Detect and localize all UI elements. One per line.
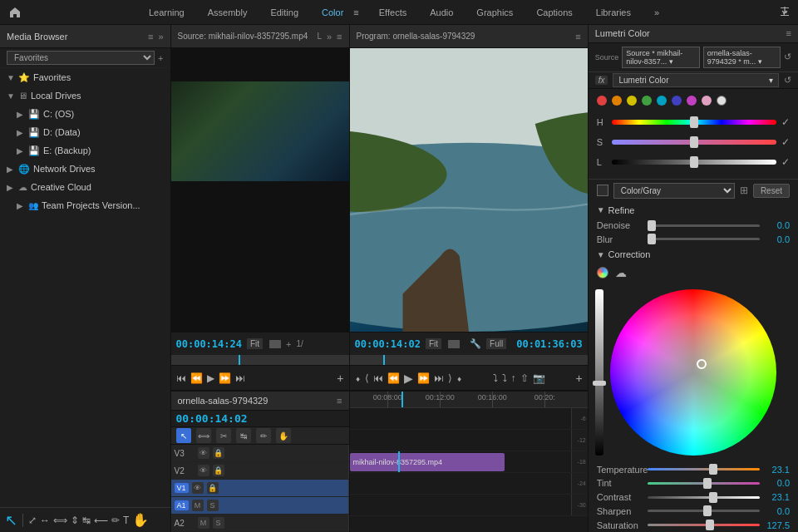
source-play[interactable]: ▶ [207,372,214,384]
track-a1-solo[interactable]: S [207,500,219,511]
color-wheel-icon[interactable] [597,267,608,278]
color-dot-cyan[interactable] [657,96,667,106]
colorgray-select[interactable]: Color/Gray [613,183,735,199]
wrench-icon[interactable]: 🔧 [470,338,481,349]
colorgray-edit-icon[interactable]: ⊞ [740,185,748,196]
prog-extract[interactable]: ⇧ [520,372,529,384]
lumetri-source-dropdown[interactable]: Source * mikhail-nilov-8357... ▾ [622,47,699,68]
source-go-end[interactable]: ⏭ [235,372,245,384]
prog-go-end[interactable]: ⏭ [434,372,444,384]
track-a1-mute[interactable]: M [192,500,204,511]
nav-graphics[interactable]: Graphics [473,7,516,17]
favorites-dropdown[interactable]: Favorites [7,51,155,65]
denoise-slider[interactable] [648,224,760,227]
rate-tool[interactable]: ⇕ [71,515,79,526]
pen-btn[interactable]: ✏ [256,428,271,443]
color-dot-red[interactable] [597,96,607,106]
slide-tool[interactable]: ⟵ [94,515,108,526]
source-add[interactable]: + [337,372,343,385]
source-timecode[interactable]: 00:00:14:24 [176,338,242,350]
effect-dropdown[interactable]: Lumetri Color ▾ [613,73,779,87]
nav-learning[interactable]: Learning [145,7,188,17]
reset-effect-icon[interactable]: ↺ [784,75,791,86]
timeline-menu[interactable]: ≡ [337,396,342,406]
prog-mark-out[interactable]: ⬧ [456,372,462,384]
h-check[interactable]: ✓ [781,116,790,128]
razor-btn[interactable]: ✂ [216,428,231,443]
nav-captions[interactable]: Captions [533,7,575,17]
roll-tool[interactable]: ⟺ [53,515,67,526]
nav-more[interactable]: » [651,7,663,17]
export-icon[interactable] [778,5,791,20]
select-tool[interactable]: ↖ [5,511,17,530]
hand-btn[interactable]: ✋ [276,428,291,443]
media-browser-more[interactable]: ≡ [148,32,153,42]
color-dot-pink[interactable] [702,96,712,106]
program-scrubber[interactable] [350,355,588,365]
prog-next-edit[interactable]: ⟩ [448,372,452,384]
track-v3-lock[interactable]: 🔒 [213,447,224,459]
lumetri-target-dropdown[interactable]: ornella-salas-9794329 * m... ▾ [703,47,781,68]
prog-lift[interactable]: ↑ [511,372,516,384]
track-v1-toggle[interactable]: 👁 [192,482,204,494]
color-dot-magenta[interactable] [687,96,697,106]
track-v1-content[interactable]: mikhail-nilov-8357295.mp4 -18 [350,451,588,473]
brightness-thumb[interactable] [593,381,606,386]
lumetri-reset-icon[interactable]: ↺ [784,52,791,62]
source-go-start[interactable]: ⏮ [176,372,186,384]
tree-item-creative-cloud[interactable]: ▶ ☁ Creative Cloud [0,178,170,196]
s-check[interactable]: ✓ [781,136,790,148]
nav-libraries[interactable]: Libraries [593,7,634,17]
source-scrubber[interactable] [171,355,349,365]
move-tool[interactable]: ⤢ [28,515,37,526]
tree-item-favorites[interactable]: ▼ ⭐ Favorites [0,68,170,86]
reset-button[interactable]: Reset [753,184,790,198]
ripple-edit-btn[interactable]: ⟺ [196,428,211,443]
color-dot-blue[interactable] [672,96,682,106]
home-button[interactable] [0,6,30,19]
prog-step-back[interactable]: ⏪ [387,372,400,384]
blur-slider[interactable] [648,238,760,240]
colorgray-checkbox[interactable] [597,185,608,196]
prog-prev-edit[interactable]: ⟨ [365,372,369,384]
source-fit-select[interactable]: Fit [247,338,263,349]
text-tool[interactable]: T [123,515,129,526]
lumetri-menu[interactable]: ≡ [786,28,791,38]
color-dot-yellow[interactable] [627,96,637,106]
color-dot-orange[interactable] [612,96,622,106]
hand-tool[interactable]: ✋ [132,512,149,528]
track-v1-lock[interactable]: 🔒 [207,482,219,494]
track-v3-toggle[interactable]: 👁 [198,447,209,459]
tree-item-c-drive[interactable]: ▶ 💾 C: (OS) [0,105,170,123]
tint-slider[interactable] [648,482,760,485]
add-favorite-icon[interactable]: + [158,53,163,63]
contrast-slider[interactable] [648,496,760,499]
nav-color[interactable]: Color [318,7,347,17]
source-step-fwd[interactable]: ⏩ [219,372,231,384]
tree-item-d-drive[interactable]: ▶ 💾 D: (Data) [0,123,170,141]
video-clip[interactable]: mikhail-nilov-8357295.mp4 [350,453,505,471]
tree-item-network[interactable]: ▶ 🌐 Network Drives [0,160,170,178]
slip-btn[interactable]: ↹ [236,428,251,443]
program-panel-menu[interactable]: ≡ [575,32,580,42]
l-slider[interactable] [612,160,776,165]
track-a2-solo[interactable]: S [213,517,224,529]
wheel-mode-icon[interactable]: ☁ [615,266,627,279]
timeline-timecode-display[interactable]: 00:00:14:02 [176,412,248,425]
sharpen-slider[interactable] [648,510,760,512]
wheel-crosshair[interactable] [697,359,707,369]
brightness-slider[interactable] [595,289,603,456]
source-step-back[interactable]: ⏪ [190,372,203,384]
prog-overwrite[interactable]: ⤵ [502,372,507,384]
program-fit[interactable]: Fit [426,338,441,349]
track-v1-header[interactable]: V1 👁 🔒 [171,480,349,497]
temperature-slider[interactable] [648,468,760,470]
saturation-slider[interactable] [648,524,760,526]
program-timecode[interactable]: 00:00:14:02 [355,338,421,350]
track-a2-mute[interactable]: M [198,517,209,529]
source-panel-menu[interactable]: ≡ [337,32,342,42]
tree-item-team-projects[interactable]: ▶ 👥 Team Projects Version... [0,196,170,214]
prog-play[interactable]: ▶ [404,372,413,385]
color-dot-white[interactable] [717,96,727,106]
prog-step-fwd[interactable]: ⏩ [417,372,430,384]
